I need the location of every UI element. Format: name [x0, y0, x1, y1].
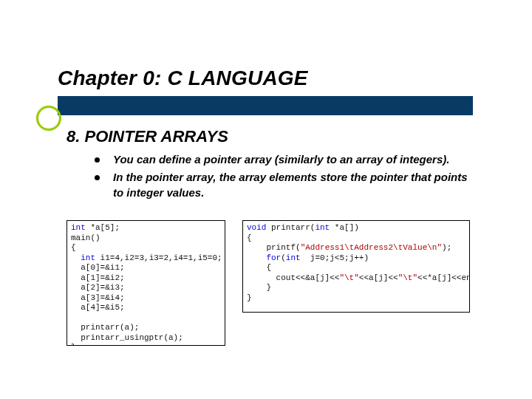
code-line: { — [247, 233, 466, 244]
code-token: { — [247, 233, 252, 242]
bullet-item: In the pointer array, the array elements… — [95, 170, 479, 200]
code-line: { — [247, 263, 466, 273]
code-token — [71, 253, 81, 262]
code-token: a[4]=&i5; — [71, 303, 125, 312]
code-token: { — [71, 243, 76, 252]
code-line: } — [71, 343, 221, 346]
code-token: { — [247, 263, 271, 272]
bullet-text: You can define a pointer array (similarl… — [113, 152, 449, 167]
code-token: printarr_usingptr(a); — [71, 333, 183, 342]
bullet-dot-icon — [95, 175, 100, 180]
code-token: printarr(a); — [71, 323, 139, 332]
code-line: a[1]=&i2; — [71, 273, 221, 284]
code-token — [247, 253, 266, 262]
code-token: j=0;j<5;j++) — [301, 253, 369, 262]
code-token: main() — [71, 233, 100, 242]
title-underline-bar — [58, 96, 473, 115]
code-token: "\t" — [398, 273, 417, 282]
code-token: int — [71, 223, 86, 232]
code-line: printarr_usingptr(a); — [71, 333, 221, 344]
bullet-text: In the pointer array, the array elements… — [113, 170, 479, 200]
code-token: void — [247, 223, 266, 232]
code-token: <<*a[j]<<endl; — [417, 273, 470, 282]
code-token: } — [71, 343, 76, 346]
code-line: printarr(a); — [71, 323, 221, 333]
code-line: int i1=4,i2=3,i3=2,i4=1,i5=0; — [71, 253, 221, 264]
code-token: "\t" — [339, 273, 358, 282]
code-token — [71, 313, 76, 322]
code-snippet-left: int *a[5];main(){ int i1=4,i2=3,i3=2,i4=… — [66, 220, 225, 346]
code-token: int — [315, 223, 330, 232]
bullet-item: You can define a pointer array (similarl… — [95, 152, 479, 167]
code-token: ); — [442, 243, 451, 252]
code-token: a[3]=&i4; — [71, 293, 125, 302]
code-line: main() — [71, 233, 221, 244]
code-token: } — [247, 293, 252, 302]
code-snippet-right: void printarr(int *a[]){ printf("Address… — [242, 220, 470, 313]
code-line: a[3]=&i4; — [71, 293, 221, 304]
code-line: a[4]=&i5; — [71, 303, 221, 313]
code-token: cout<<&a[j]<< — [247, 273, 339, 282]
code-line: a[0]=&i1; — [71, 263, 221, 273]
code-line — [71, 313, 221, 324]
code-token: a[0]=&i1; — [71, 263, 125, 272]
code-line: } — [247, 283, 466, 293]
code-token: *a[]) — [330, 223, 359, 232]
code-line: void printarr(int *a[]) — [247, 223, 466, 233]
code-token: a[1]=&i2; — [71, 273, 125, 282]
code-token: ( — [281, 253, 286, 262]
section-heading: 8. POINTER ARRAYS — [66, 127, 228, 146]
code-token: <<a[j]<< — [359, 273, 398, 282]
code-token: a[2]=&i3; — [71, 283, 125, 292]
slide: Chapter 0: C LANGUAGE 8. POINTER ARRAYS … — [0, 0, 532, 399]
code-line: int *a[5]; — [71, 223, 221, 233]
code-line: { — [71, 243, 221, 253]
page-title: Chapter 0: C LANGUAGE — [58, 66, 308, 90]
code-token: int — [286, 253, 301, 262]
code-line: cout<<&a[j]<<"\t"<<a[j]<<"\t"<<*a[j]<<en… — [247, 273, 466, 284]
code-token: *a[5]; — [86, 223, 120, 232]
code-line: } — [247, 293, 466, 304]
accent-circle-icon — [36, 106, 61, 131]
code-line: a[2]=&i3; — [71, 283, 221, 293]
bullet-dot-icon — [95, 157, 100, 163]
code-token: printarr( — [266, 223, 315, 232]
code-line: printf("Address1\tAddress2\tValue\n"); — [247, 243, 466, 253]
code-token: } — [247, 283, 271, 292]
code-token: int — [81, 253, 95, 262]
code-line: for(int j=0;j<5;j++) — [247, 253, 466, 264]
code-token: for — [266, 253, 281, 262]
bullet-list: You can define a pointer array (similarl… — [95, 152, 479, 203]
code-token: i1=4,i2=3,i3=2,i4=1,i5=0; — [95, 253, 222, 262]
code-token: "Address1\tAddress2\tValue\n" — [301, 243, 442, 252]
code-token: printf( — [247, 243, 301, 252]
